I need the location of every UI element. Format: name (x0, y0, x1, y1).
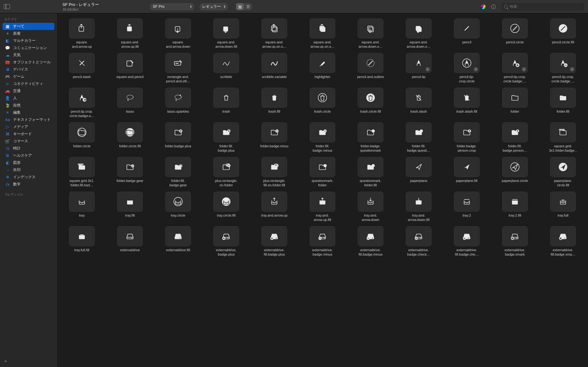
symbol-cell[interactable]: folder.fill.badge.person… (495, 122, 535, 153)
symbol-cell[interactable]: externaldrive.fill.badge.xma… (543, 226, 583, 257)
symbol-cell[interactable]: pencil.tip.crop.circle.badge.a… (62, 88, 102, 118)
symbol-cell[interactable]: externaldrive.badge.plus (206, 226, 246, 257)
grid-view-button[interactable]: ▦ (236, 3, 244, 10)
font-weight-select[interactable]: レギュラー ▲▼ (200, 3, 228, 10)
symbol-cell[interactable]: trash.slash.fill (447, 88, 487, 118)
symbol-cell[interactable]: square.and.arrow.down.fill (206, 18, 246, 49)
symbol-cell[interactable]: tray.and.arrow.down (351, 192, 391, 222)
info-icon[interactable]: i (491, 4, 496, 9)
symbol-cell[interactable]: lasso (110, 88, 150, 118)
symbol-cell[interactable]: externaldrive.fill (158, 226, 198, 257)
symbol-cell[interactable]: paperplane.circle (495, 157, 535, 187)
symbol-cell[interactable]: externaldrive.badge.check… (399, 226, 439, 257)
symbol-cell[interactable]: tray.and.arrow.up (254, 192, 294, 222)
sidebar-item-22[interactable]: √x数学 (2, 181, 54, 188)
symbol-cell[interactable]: folder (495, 88, 535, 118)
sidebar-item-14[interactable]: ▷メディア (2, 123, 54, 130)
symbol-cell[interactable]: square.and.arrow.up.on.s… (302, 18, 342, 49)
sidebar-item-16[interactable]: 🛒コマース (2, 138, 54, 145)
symbol-cell[interactable]: rectangle.and.pencil.and.elli… (158, 53, 198, 83)
symbol-cell[interactable]: tray.circle (158, 192, 198, 222)
sidebar-item-19[interactable]: ◐図形 (2, 159, 54, 166)
symbol-cell[interactable]: folder.badge.person.crop (447, 122, 487, 153)
symbol-cell[interactable]: folder.fill.badge.gear (158, 157, 198, 187)
sidebar-item-2[interactable]: ◧マルチカラー (2, 37, 54, 44)
symbol-cell[interactable]: ?questionmark.folder (302, 157, 342, 187)
symbol-cell[interactable]: ?questionmark.folder.fill (351, 157, 391, 187)
symbol-cell[interactable]: ipencil.tip.crop.circle.badge.… (495, 53, 535, 83)
sidebar-item-6[interactable]: 🖥デバイス (2, 66, 54, 73)
symbol-cell[interactable]: folder.fill (543, 88, 583, 118)
symbol-cell[interactable]: ipencil.tip.crop.circle.badge.… (543, 53, 583, 83)
symbol-cell[interactable]: square.and.pencil (110, 53, 150, 83)
sidebar-item-15[interactable]: ⌘キーボード (2, 130, 54, 138)
symbol-cell[interactable]: externaldrive (110, 226, 150, 257)
symbol-cell[interactable]: paperplane.fill (447, 157, 487, 187)
symbol-cell[interactable]: tray.2 (447, 192, 487, 222)
sidebar-item-8[interactable]: ⎋コネクティビティ (2, 80, 54, 87)
symbol-cell[interactable]: paperplane (399, 157, 439, 187)
sidebar-item-9[interactable]: 🚗交通 (2, 87, 54, 95)
symbol-cell[interactable]: tray (62, 192, 102, 222)
symbol-cell[interactable]: externaldrive.fill.badge.plus (254, 226, 294, 257)
sidebar-item-7[interactable]: 🎮ゲーム (2, 73, 54, 80)
symbol-cell[interactable]: trash (206, 88, 246, 118)
sidebar-item-21[interactable]: ※インデックス (2, 174, 54, 181)
symbol-cell[interactable]: scribble.variable (254, 53, 294, 83)
symbol-cell[interactable]: square.and.arrow.up.fill (110, 18, 150, 49)
symbol-cell[interactable]: trash.circle.fill (351, 88, 391, 118)
symbol-cell[interactable]: ?folder.badge.questionmark (351, 122, 391, 153)
symbol-cell[interactable]: square.and.arrow.down.o… (351, 18, 391, 49)
symbol-cell[interactable]: ipencil.tip.crop.circle (447, 53, 487, 83)
symbol-cell[interactable]: plus.rectangle.on.folder (206, 157, 246, 187)
symbol-cell[interactable]: externaldrive.badge.xmark (495, 226, 535, 257)
color-picker-icon[interactable] (481, 4, 486, 9)
sidebar-item-3[interactable]: 💬コミュニケーション (2, 44, 54, 51)
symbol-cell[interactable]: externaldrive.badge.minus (302, 226, 342, 257)
sidebar-item-12[interactable]: ≡編集 (2, 109, 54, 116)
sidebar-item-4[interactable]: ☁天気 (2, 51, 54, 59)
sidebar-item-10[interactable]: 👤人 (2, 95, 54, 102)
symbol-cell[interactable]: square.grid.3x1.folder.fill.bad… (62, 157, 102, 187)
list-view-button[interactable]: ☰ (244, 3, 252, 10)
symbol-cell[interactable]: trash.slash (399, 88, 439, 118)
symbol-cell[interactable]: tray.full.fill (62, 226, 102, 257)
sidebar-toggle-icon[interactable] (4, 4, 10, 9)
sidebar-item-0[interactable]: ▦すべて (2, 23, 54, 30)
add-collection-button[interactable]: ＋ (3, 358, 8, 365)
symbol-cell[interactable]: paperplane.circle.fill (543, 157, 583, 187)
symbol-cell[interactable]: tray.2.fill (495, 192, 535, 222)
symbol-cell[interactable]: square.and.arrow.down (158, 18, 198, 49)
symbol-cell[interactable]: square.and.arrow.up (62, 18, 102, 49)
symbol-cell[interactable]: pencil.and.outline (351, 53, 391, 83)
sidebar-item-18[interactable]: ⚙ヘルスケア (2, 152, 54, 159)
symbol-cell[interactable]: folder.badge.minus (254, 122, 294, 153)
symbol-cell[interactable]: tray.and.arrow.up.fill (302, 192, 342, 222)
symbol-cell[interactable]: folder.badge.gear (110, 157, 150, 187)
symbol-cell[interactable]: folder.fill.badge.plus (206, 122, 246, 153)
symbol-cell[interactable]: folder.circle.fill (110, 122, 150, 153)
sidebar-item-5[interactable]: 🧰オブジェクトとツール (2, 59, 54, 66)
symbol-cell[interactable]: externaldrive.fill.badge.che… (447, 226, 487, 257)
symbol-cell[interactable]: ?folder.fill.badge.questi… (399, 122, 439, 153)
symbol-cell[interactable]: tray.fill (110, 192, 150, 222)
symbol-cell[interactable]: folder.fill.badge.minus (302, 122, 342, 153)
font-family-select[interactable]: SF Pro ▲▼ (150, 3, 194, 10)
search-input[interactable]: 検索 (501, 3, 584, 10)
symbol-cell[interactable]: square.grid.3x1.folder.badge.… (543, 122, 583, 153)
sidebar-item-17[interactable]: ◷時計 (2, 145, 54, 152)
symbol-cell[interactable]: tray.full (543, 192, 583, 222)
symbol-cell[interactable]: pencil (447, 18, 487, 49)
symbol-cell[interactable]: scribble (206, 53, 246, 83)
sidebar-item-20[interactable]: →矢印 (2, 166, 54, 174)
symbol-cell[interactable]: pencil.circle (495, 18, 535, 49)
symbol-cell[interactable]: trash.circle (302, 88, 342, 118)
sidebar-item-13[interactable]: Aaテキストフォーマット (2, 116, 54, 123)
sidebar-item-1[interactable]: ✦新着 (2, 30, 54, 37)
symbol-cell[interactable]: externaldrive.fill.badge.minus (351, 226, 391, 257)
symbol-cell[interactable]: ipencil.tip (399, 53, 439, 83)
symbol-cell[interactable]: pencil.slash (62, 53, 102, 83)
symbol-cell[interactable]: plus.rectangle.fill.on.folder.fill (254, 157, 294, 187)
symbol-cell[interactable]: square.and.arrow.up.on.s… (254, 18, 294, 49)
symbol-cell[interactable]: pencil.circle.fill (543, 18, 583, 49)
